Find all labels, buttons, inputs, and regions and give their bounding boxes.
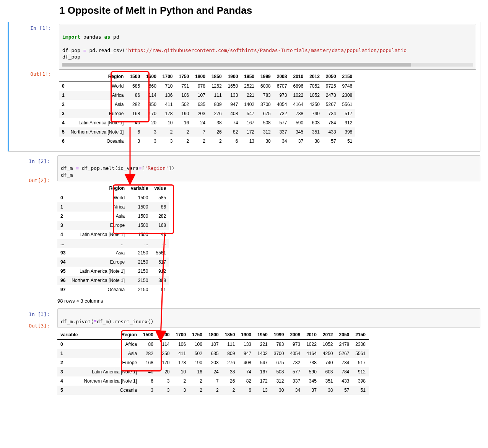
table-row: 4Northern America [Note 1]63227268217231… <box>57 376 369 386</box>
row-index: 3 <box>57 367 81 376</box>
cell: Asia <box>68 100 127 109</box>
cell: 577 <box>287 367 303 376</box>
cell: 1500 <box>128 230 151 239</box>
column-header: 1500 <box>127 72 143 81</box>
cell: 2308 <box>339 91 356 100</box>
page-title: 1 Opposite of Melt in Python and Pandas <box>59 5 488 16</box>
cell: 973 <box>287 340 303 349</box>
row-index: 94 <box>57 257 68 267</box>
cell: 734 <box>323 109 339 118</box>
cell: 4054 <box>287 349 303 358</box>
cell: 502 <box>176 100 192 109</box>
code-cell-1[interactable]: In [1]: import pandas as pd df_pop = pd.… <box>8 22 480 152</box>
cell: 408 <box>238 358 254 367</box>
cell: 3 <box>173 386 189 395</box>
cell: 1022 <box>303 340 320 349</box>
cell: 603 <box>320 367 336 376</box>
cell: 106 <box>176 91 192 100</box>
cell: Asia <box>81 349 140 358</box>
table-row: 93Asia21505561 <box>57 248 169 257</box>
cell: 106 <box>173 340 189 349</box>
code-input-1[interactable]: import pandas as pd df_pop = pd.read_csv… <box>59 24 476 70</box>
table-row: 0Africa861141061061071111332217839731022… <box>57 340 369 349</box>
cell: 973 <box>274 91 290 100</box>
cell: 40 <box>127 118 143 127</box>
cell: 947 <box>225 100 241 109</box>
horizontal-scrollbar[interactable] <box>62 63 473 67</box>
column-header: value <box>151 184 169 193</box>
cell: 508 <box>271 367 287 376</box>
code-cell-3[interactable]: In [3]: df_m.pivot(*df_m).reset_index() … <box>8 308 480 395</box>
cell: 1052 <box>320 340 336 349</box>
column-header: 1950 <box>241 72 257 81</box>
cell: 732 <box>287 358 303 367</box>
cell: 2 <box>208 137 225 146</box>
column-header: 1700 <box>159 72 176 81</box>
column-header: Region <box>81 330 140 340</box>
cell: 809 <box>222 349 238 358</box>
cell: 10 <box>173 367 189 376</box>
cell: 547 <box>254 358 271 367</box>
cell: ... <box>128 239 151 248</box>
cell: 738 <box>290 109 306 118</box>
cell: 784 <box>336 367 353 376</box>
cell: 2 <box>173 376 189 386</box>
column-header: 1999 <box>257 72 274 81</box>
cell: 351 <box>306 127 323 137</box>
row-index: 5 <box>57 386 81 395</box>
cell: 585 <box>127 81 143 91</box>
row-index: 3 <box>59 109 68 118</box>
cell: 221 <box>241 91 257 100</box>
cell: ... <box>151 239 169 248</box>
table-row: ............ <box>57 239 169 248</box>
cell: 38 <box>320 386 336 395</box>
cell: 2 <box>176 127 192 137</box>
cell: Northern America [Note 1] <box>68 276 128 285</box>
cell: 398 <box>151 276 169 285</box>
column-header: 2012 <box>306 72 323 81</box>
cell: 170 <box>156 358 173 367</box>
cell: 4164 <box>290 100 306 109</box>
table-row: 6Oceania333222613303437385751 <box>59 137 355 146</box>
cell: 635 <box>205 349 222 358</box>
column-header: 1999 <box>271 330 287 340</box>
cell: 178 <box>159 109 176 118</box>
code-input-3[interactable]: df_m.pivot(*df_m).reset_index() <box>57 308 480 328</box>
cell: 190 <box>189 358 205 367</box>
in-prompt-3: In [3]: <box>8 311 54 317</box>
cell: 912 <box>339 118 356 127</box>
column-header: 1750 <box>189 330 205 340</box>
cell: 38 <box>306 137 323 146</box>
cell: 51 <box>339 137 356 146</box>
cell: 660 <box>143 81 159 91</box>
cell: 4250 <box>306 100 323 109</box>
cell: Oceania <box>68 285 128 294</box>
cell: 6707 <box>274 81 290 91</box>
code-input-2[interactable]: df_m = df_pop.melt(id_vars=['Region']) d… <box>57 155 480 182</box>
cell: Africa <box>68 91 127 100</box>
cell: 1500 <box>128 212 151 221</box>
cell: 732 <box>274 109 290 118</box>
column-header: 1600 <box>156 330 173 340</box>
cell: 345 <box>290 127 306 137</box>
cell: 221 <box>254 340 271 349</box>
code-cell-2[interactable]: In [2]: df_m = df_pop.melt(id_vars=['Reg… <box>8 155 480 304</box>
column-header: 2008 <box>274 72 290 81</box>
cell: 13 <box>241 137 257 146</box>
cell: 4054 <box>274 100 290 109</box>
cell: Europe <box>68 257 128 267</box>
column-header: 1900 <box>225 72 241 81</box>
cell: 5267 <box>323 100 339 109</box>
cell: 734 <box>336 358 353 367</box>
cell: 585 <box>151 193 169 203</box>
table-row: 3Europe1500168 <box>57 221 169 230</box>
cell: 3 <box>143 137 159 146</box>
cell: 3 <box>143 127 159 137</box>
column-header: 1850 <box>222 330 238 340</box>
column-header: 2010 <box>303 330 320 340</box>
column-header: 1950 <box>254 330 271 340</box>
output-table-2: Regionvariablevalue 0World15005851Africa… <box>57 184 169 294</box>
cell: 2150 <box>128 267 151 276</box>
cell: 337 <box>274 127 290 137</box>
scrollbar-thumb[interactable] <box>62 63 411 67</box>
